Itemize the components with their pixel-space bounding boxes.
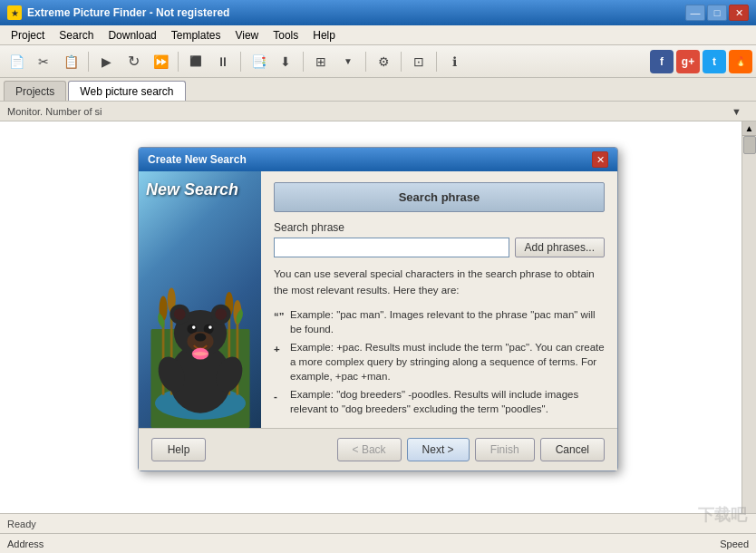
- dropdown-button[interactable]: ▼: [335, 49, 361, 74]
- grid-button[interactable]: ⊞: [308, 49, 334, 74]
- example-symbol-plus: +: [274, 340, 285, 357]
- toolbar-separator-3: [240, 52, 241, 72]
- new-button[interactable]: 📄: [4, 49, 29, 74]
- create-new-search-dialog: Create New Search ✕ New Search: [138, 147, 618, 471]
- facebook-button[interactable]: f: [650, 50, 674, 73]
- example-quotes: “” Example: "pac man". Images relevant t…: [274, 307, 605, 336]
- copy-button[interactable]: 📑: [246, 49, 271, 74]
- refresh-button[interactable]: ↻: [121, 49, 146, 74]
- svg-point-19: [208, 325, 212, 329]
- toolbar-separator-6: [401, 52, 402, 72]
- examples-section: “” Example: "pac man". Images relevant t…: [274, 307, 605, 417]
- dialog-footer-right: < Back Next > Finish Cancel: [337, 438, 605, 461]
- menu-tools[interactable]: Tools: [266, 25, 305, 44]
- menu-view[interactable]: View: [228, 25, 266, 44]
- dialog-title: Create New Search: [148, 153, 592, 166]
- play-button[interactable]: ▶: [93, 49, 119, 74]
- search-phrase-header: Search phrase: [274, 182, 605, 212]
- help-button[interactable]: Help: [151, 438, 206, 461]
- title-bar: ★ Extreme Picture Finder - Not registere…: [0, 0, 756, 25]
- menu-project[interactable]: Project: [4, 25, 52, 44]
- example-text-plus: Example: +pac. Results must include the …: [290, 340, 605, 383]
- fast-forward-button[interactable]: ⏩: [148, 49, 173, 74]
- cancel-button[interactable]: Cancel: [540, 438, 605, 461]
- image-panel-title: New Search: [146, 180, 238, 200]
- menu-download[interactable]: Download: [101, 25, 163, 44]
- finish-button[interactable]: Finish: [475, 438, 535, 461]
- help-intro-text: You can use several special characters i…: [274, 267, 605, 298]
- back-button[interactable]: < Back: [337, 438, 402, 461]
- minimize-button[interactable]: —: [685, 5, 705, 21]
- window-title: Extreme Picture Finder - Not registered: [27, 6, 685, 19]
- svg-point-14: [173, 308, 185, 320]
- cut-button[interactable]: ✂: [31, 49, 56, 74]
- dialog-close-button[interactable]: ✕: [592, 151, 608, 168]
- search-phrase-label: Search phrase: [274, 221, 605, 234]
- example-minus: - Example: "dog breeders" -poodles. Resu…: [274, 387, 605, 416]
- app-icon: ★: [7, 5, 22, 20]
- menu-templates[interactable]: Templates: [164, 25, 228, 44]
- toolbar-separator-2: [178, 52, 179, 72]
- menu-search[interactable]: Search: [52, 25, 101, 44]
- info-button[interactable]: ℹ: [441, 49, 467, 74]
- menu-bar: Project Search Download Templates View T…: [0, 25, 756, 45]
- google-plus-button[interactable]: g+: [676, 50, 700, 73]
- twitter-button[interactable]: t: [703, 50, 726, 73]
- search-input-row: Add phrases...: [274, 238, 605, 257]
- toolbar: 📄 ✂ 📋 ▶ ↻ ⏩ ⬛ ⏸ 📑 ⬇ ⊞ ▼ ⚙ ⊡ ℹ f g+ t 🔥: [0, 45, 756, 78]
- bear-illustration: [139, 247, 261, 428]
- svg-point-18: [191, 325, 195, 329]
- stop-button[interactable]: ⬛: [183, 49, 208, 74]
- toolbar-separator-5: [365, 52, 366, 72]
- example-plus: + Example: +pac. Results must include th…: [274, 340, 605, 383]
- pause-button[interactable]: ⏸: [210, 49, 236, 74]
- other-social-button[interactable]: 🔥: [729, 50, 752, 73]
- next-button[interactable]: Next >: [407, 438, 470, 461]
- search-phrase-input[interactable]: [274, 238, 509, 257]
- toolbar-separator-4: [303, 52, 304, 72]
- maximize-button[interactable]: □: [707, 5, 727, 21]
- tabs-bar: Projects Web picture search: [0, 78, 756, 102]
- paste-button[interactable]: 📋: [58, 49, 83, 74]
- tab-projects[interactable]: Projects: [4, 81, 66, 101]
- window-controls: — □ ✕: [685, 5, 749, 21]
- dialog-content-panel: Search phrase Search phrase Add phrases.…: [261, 171, 617, 427]
- content-area: Monitor. Number of si ▼ ▲ Ready Address …: [0, 102, 756, 553]
- example-text-quotes: Example: "pac man". Images relevant to t…: [290, 307, 605, 336]
- add-phrases-button[interactable]: Add phrases...: [515, 238, 605, 257]
- download-button[interactable]: ⬇: [273, 49, 298, 74]
- toolbar-separator-7: [436, 52, 437, 72]
- dialog-body: New Search: [139, 171, 617, 427]
- tab-web-picture-search[interactable]: Web picture search: [68, 81, 185, 101]
- window-close-button[interactable]: ✕: [729, 5, 749, 21]
- filter-button[interactable]: ⊡: [406, 49, 431, 74]
- example-symbol-quotes: “”: [274, 307, 285, 325]
- settings-button[interactable]: ⚙: [371, 49, 396, 74]
- toolbar-separator-1: [88, 52, 89, 72]
- example-symbol-minus: -: [274, 387, 285, 404]
- svg-point-15: [215, 308, 227, 320]
- menu-help[interactable]: Help: [305, 25, 343, 44]
- dialog-footer: Help < Back Next > Finish Cancel: [139, 428, 617, 471]
- dialog-image-panel: New Search: [139, 171, 261, 427]
- example-text-minus: Example: "dog breeders" -poodles. Result…: [290, 387, 605, 416]
- search-phrase-section: Search phrase Add phrases...: [274, 221, 605, 257]
- svg-point-21: [194, 333, 206, 341]
- social-buttons: f g+ t 🔥: [650, 50, 752, 73]
- modal-overlay: Create New Search ✕ New Search: [0, 102, 756, 553]
- dialog-title-bar: Create New Search ✕: [139, 148, 617, 171]
